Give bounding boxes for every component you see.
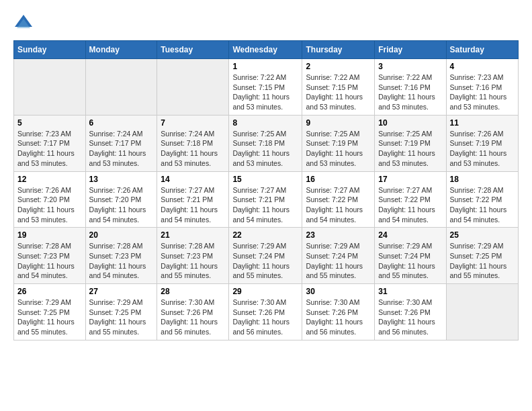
calendar-table: SundayMondayTuesdayWednesdayThursdayFrid… bbox=[13, 40, 519, 340]
day-number: 8 bbox=[232, 118, 298, 128]
day-info: Sunrise: 7:27 AM Sunset: 7:22 PM Dayligh… bbox=[378, 185, 442, 225]
day-cell: 4Sunrise: 7:23 AM Sunset: 7:16 PM Daylig… bbox=[446, 59, 519, 116]
day-number: 15 bbox=[232, 175, 298, 184]
day-cell: 30Sunrise: 7:30 AM Sunset: 7:26 PM Dayli… bbox=[302, 284, 375, 340]
day-info: Sunrise: 7:22 AM Sunset: 7:15 PM Dayligh… bbox=[232, 73, 298, 112]
day-number: 17 bbox=[378, 175, 442, 184]
week-row-4: 19Sunrise: 7:28 AM Sunset: 7:23 PM Dayli… bbox=[14, 228, 519, 284]
day-cell: 27Sunrise: 7:29 AM Sunset: 7:25 PM Dayli… bbox=[85, 284, 157, 340]
week-row-5: 26Sunrise: 7:29 AM Sunset: 7:25 PM Dayli… bbox=[14, 284, 519, 340]
day-cell bbox=[157, 59, 229, 116]
day-cell: 12Sunrise: 7:26 AM Sunset: 7:20 PM Dayli… bbox=[14, 171, 86, 228]
day-cell: 26Sunrise: 7:29 AM Sunset: 7:25 PM Dayli… bbox=[14, 284, 86, 340]
day-cell: 13Sunrise: 7:26 AM Sunset: 7:20 PM Dayli… bbox=[85, 171, 157, 228]
day-number: 7 bbox=[161, 118, 225, 128]
day-cell bbox=[14, 59, 86, 116]
day-number: 20 bbox=[89, 230, 154, 240]
day-info: Sunrise: 7:29 AM Sunset: 7:25 PM Dayligh… bbox=[17, 298, 82, 337]
day-number: 12 bbox=[17, 175, 82, 184]
day-cell: 22Sunrise: 7:29 AM Sunset: 7:24 PM Dayli… bbox=[229, 228, 302, 284]
day-info: Sunrise: 7:30 AM Sunset: 7:26 PM Dayligh… bbox=[306, 298, 371, 337]
header-cell-thursday: Thursday bbox=[302, 41, 375, 59]
day-cell: 3Sunrise: 7:22 AM Sunset: 7:16 PM Daylig… bbox=[375, 59, 446, 116]
day-cell: 23Sunrise: 7:29 AM Sunset: 7:24 PM Dayli… bbox=[302, 228, 375, 284]
day-info: Sunrise: 7:29 AM Sunset: 7:24 PM Dayligh… bbox=[378, 241, 442, 281]
day-cell bbox=[85, 59, 157, 116]
day-info: Sunrise: 7:22 AM Sunset: 7:15 PM Dayligh… bbox=[306, 73, 371, 112]
day-number: 16 bbox=[306, 175, 371, 184]
day-info: Sunrise: 7:29 AM Sunset: 7:24 PM Dayligh… bbox=[306, 241, 371, 281]
page-header bbox=[13, 13, 519, 34]
day-cell: 8Sunrise: 7:25 AM Sunset: 7:18 PM Daylig… bbox=[229, 115, 302, 171]
day-cell: 9Sunrise: 7:25 AM Sunset: 7:19 PM Daylig… bbox=[302, 115, 375, 171]
day-number: 5 bbox=[17, 118, 82, 128]
day-info: Sunrise: 7:26 AM Sunset: 7:20 PM Dayligh… bbox=[17, 185, 82, 225]
day-info: Sunrise: 7:29 AM Sunset: 7:25 PM Dayligh… bbox=[450, 241, 515, 281]
day-number: 26 bbox=[17, 287, 82, 296]
day-info: Sunrise: 7:28 AM Sunset: 7:23 PM Dayligh… bbox=[89, 241, 154, 281]
day-info: Sunrise: 7:23 AM Sunset: 7:16 PM Dayligh… bbox=[450, 73, 515, 112]
day-cell: 7Sunrise: 7:24 AM Sunset: 7:18 PM Daylig… bbox=[157, 115, 229, 171]
day-info: Sunrise: 7:25 AM Sunset: 7:19 PM Dayligh… bbox=[378, 129, 442, 169]
day-cell: 10Sunrise: 7:25 AM Sunset: 7:19 PM Dayli… bbox=[375, 115, 446, 171]
day-cell: 28Sunrise: 7:30 AM Sunset: 7:26 PM Dayli… bbox=[157, 284, 229, 340]
day-number: 23 bbox=[306, 230, 371, 240]
day-number: 2 bbox=[306, 62, 371, 71]
day-number: 18 bbox=[450, 175, 515, 184]
day-info: Sunrise: 7:27 AM Sunset: 7:21 PM Dayligh… bbox=[232, 185, 298, 225]
day-info: Sunrise: 7:30 AM Sunset: 7:26 PM Dayligh… bbox=[161, 298, 225, 337]
day-number: 4 bbox=[450, 62, 515, 71]
day-info: Sunrise: 7:27 AM Sunset: 7:21 PM Dayligh… bbox=[161, 185, 225, 225]
day-number: 29 bbox=[232, 287, 298, 296]
day-info: Sunrise: 7:28 AM Sunset: 7:22 PM Dayligh… bbox=[450, 185, 515, 225]
day-info: Sunrise: 7:29 AM Sunset: 7:24 PM Dayligh… bbox=[232, 241, 298, 281]
day-number: 19 bbox=[17, 230, 82, 240]
day-cell: 16Sunrise: 7:27 AM Sunset: 7:22 PM Dayli… bbox=[302, 171, 375, 228]
logo-icon bbox=[13, 13, 34, 34]
day-cell: 6Sunrise: 7:24 AM Sunset: 7:17 PM Daylig… bbox=[85, 115, 157, 171]
day-number: 28 bbox=[161, 287, 225, 296]
day-cell: 25Sunrise: 7:29 AM Sunset: 7:25 PM Dayli… bbox=[446, 228, 519, 284]
day-number: 30 bbox=[306, 287, 371, 296]
day-number: 24 bbox=[378, 230, 442, 240]
week-row-3: 12Sunrise: 7:26 AM Sunset: 7:20 PM Dayli… bbox=[14, 171, 519, 228]
day-cell bbox=[446, 284, 519, 340]
header-cell-sunday: Sunday bbox=[14, 41, 86, 59]
day-info: Sunrise: 7:30 AM Sunset: 7:26 PM Dayligh… bbox=[378, 298, 442, 337]
day-info: Sunrise: 7:28 AM Sunset: 7:23 PM Dayligh… bbox=[161, 241, 225, 281]
week-row-1: 1Sunrise: 7:22 AM Sunset: 7:15 PM Daylig… bbox=[14, 59, 519, 116]
calendar-header: SundayMondayTuesdayWednesdayThursdayFrid… bbox=[14, 41, 519, 59]
day-info: Sunrise: 7:26 AM Sunset: 7:19 PM Dayligh… bbox=[450, 129, 515, 169]
header-cell-wednesday: Wednesday bbox=[229, 41, 302, 59]
day-number: 27 bbox=[89, 287, 154, 296]
header-row: SundayMondayTuesdayWednesdayThursdayFrid… bbox=[14, 41, 519, 59]
day-number: 11 bbox=[450, 118, 515, 128]
day-info: Sunrise: 7:25 AM Sunset: 7:19 PM Dayligh… bbox=[306, 129, 371, 169]
day-info: Sunrise: 7:28 AM Sunset: 7:23 PM Dayligh… bbox=[17, 241, 82, 281]
day-number: 22 bbox=[232, 230, 298, 240]
day-number: 6 bbox=[89, 118, 154, 128]
day-cell: 21Sunrise: 7:28 AM Sunset: 7:23 PM Dayli… bbox=[157, 228, 229, 284]
day-cell: 14Sunrise: 7:27 AM Sunset: 7:21 PM Dayli… bbox=[157, 171, 229, 228]
day-info: Sunrise: 7:29 AM Sunset: 7:25 PM Dayligh… bbox=[89, 298, 154, 337]
day-cell: 24Sunrise: 7:29 AM Sunset: 7:24 PM Dayli… bbox=[375, 228, 446, 284]
header-cell-friday: Friday bbox=[375, 41, 446, 59]
day-cell: 11Sunrise: 7:26 AM Sunset: 7:19 PM Dayli… bbox=[446, 115, 519, 171]
week-row-2: 5Sunrise: 7:23 AM Sunset: 7:17 PM Daylig… bbox=[14, 115, 519, 171]
day-cell: 1Sunrise: 7:22 AM Sunset: 7:15 PM Daylig… bbox=[229, 59, 302, 116]
day-info: Sunrise: 7:24 AM Sunset: 7:17 PM Dayligh… bbox=[89, 129, 154, 169]
day-info: Sunrise: 7:22 AM Sunset: 7:16 PM Dayligh… bbox=[378, 73, 442, 112]
day-number: 10 bbox=[378, 118, 442, 128]
day-info: Sunrise: 7:30 AM Sunset: 7:26 PM Dayligh… bbox=[232, 298, 298, 337]
day-cell: 17Sunrise: 7:27 AM Sunset: 7:22 PM Dayli… bbox=[375, 171, 446, 228]
header-cell-tuesday: Tuesday bbox=[157, 41, 229, 59]
day-info: Sunrise: 7:26 AM Sunset: 7:20 PM Dayligh… bbox=[89, 185, 154, 225]
day-cell: 18Sunrise: 7:28 AM Sunset: 7:22 PM Dayli… bbox=[446, 171, 519, 228]
day-number: 9 bbox=[306, 118, 371, 128]
day-number: 3 bbox=[378, 62, 442, 71]
day-cell: 31Sunrise: 7:30 AM Sunset: 7:26 PM Dayli… bbox=[375, 284, 446, 340]
day-info: Sunrise: 7:27 AM Sunset: 7:22 PM Dayligh… bbox=[306, 185, 371, 225]
day-cell: 29Sunrise: 7:30 AM Sunset: 7:26 PM Dayli… bbox=[229, 284, 302, 340]
day-number: 13 bbox=[89, 175, 154, 184]
day-cell: 2Sunrise: 7:22 AM Sunset: 7:15 PM Daylig… bbox=[302, 59, 375, 116]
